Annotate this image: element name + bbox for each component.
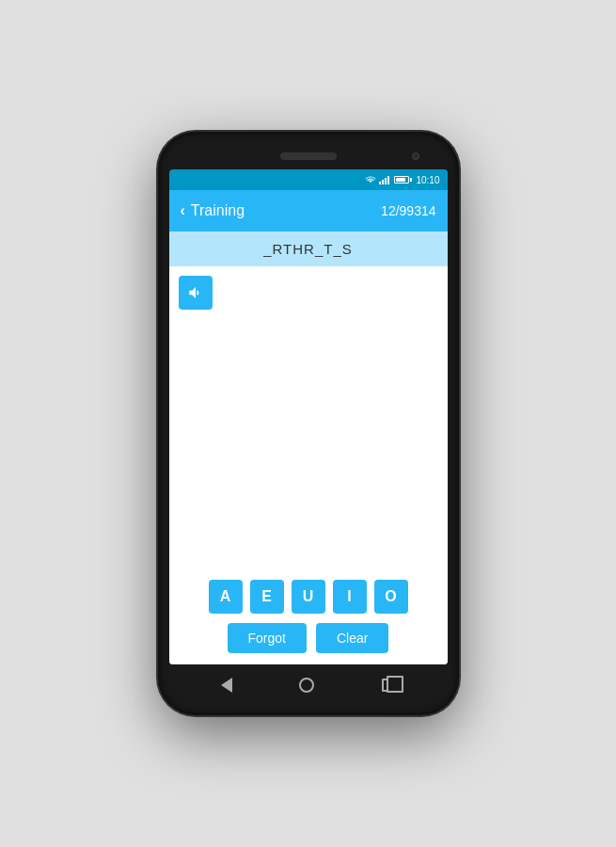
speaker-icon [187,284,204,301]
vowel-button-A[interactable]: A [209,580,243,614]
home-nav-icon[interactable] [299,678,314,693]
main-area [169,319,448,568]
phone-screen: 10:10 ‹ Training 12/99314 _RTHR_T_S [169,169,448,664]
forgot-button[interactable]: Forgot [228,623,307,653]
sound-button-area [169,266,448,319]
status-icons [365,175,409,184]
action-row: Forgot Clear [228,623,389,653]
vowel-button-U[interactable]: U [292,580,325,614]
status-bar: 10:10 [169,169,448,190]
phone-device: 10:10 ‹ Training 12/99314 _RTHR_T_S [158,132,459,715]
phone-top-bar [169,143,448,169]
bottom-controls: A E U I O Forgot Clear [169,568,448,664]
wifi-icon [365,175,376,184]
back-button[interactable]: ‹ [181,202,185,219]
app-header: ‹ Training 12/99314 [169,190,448,232]
vowel-button-O[interactable]: O [374,580,408,614]
sound-button[interactable] [179,276,213,310]
status-time: 10:10 [416,175,439,185]
clear-button[interactable]: Clear [316,623,388,653]
phone-speaker [280,152,337,160]
battery-icon [394,176,409,184]
back-nav-icon[interactable] [221,678,232,693]
phone-camera [412,152,419,160]
header-title: Training [191,202,245,219]
screen-content: _RTHR_T_S A E U I O [169,232,448,664]
vowel-button-I[interactable]: I [333,580,367,614]
word-display: _RTHR_T_S [169,232,448,266]
vowel-row: A E U I O [209,580,408,614]
recent-nav-icon[interactable] [382,679,395,692]
header-left: ‹ Training [181,202,245,219]
vowel-button-E[interactable]: E [250,580,284,614]
phone-nav-bar [169,666,448,704]
header-count: 12/99314 [381,203,435,218]
signal-bars [379,175,389,184]
